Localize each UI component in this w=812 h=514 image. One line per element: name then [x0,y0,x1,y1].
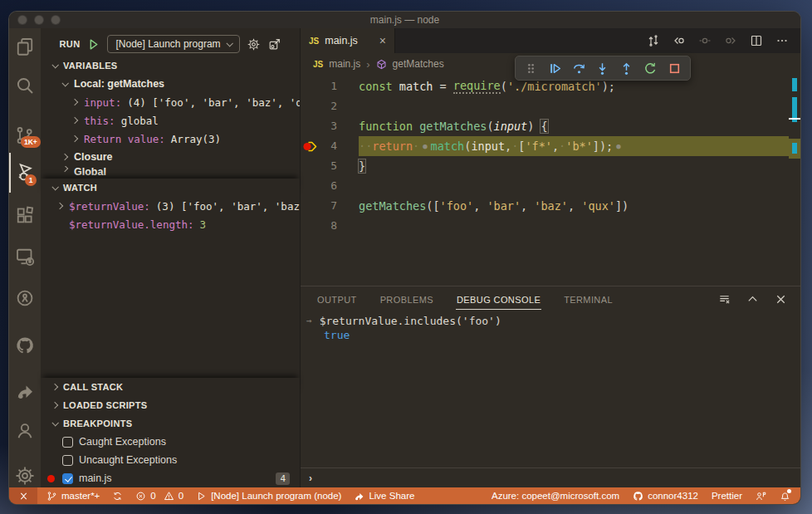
loaded-scripts-section-header[interactable]: LOADED SCRIPTS [41,396,300,414]
open-debug-console-icon[interactable] [267,37,281,51]
watch-expression-row[interactable]: $returnValue:(3) ['foo', 'bar', 'baz'] [41,197,300,215]
call-stack-section-header[interactable]: CALL STACK [41,378,300,396]
stop-icon[interactable] [668,61,682,76]
code-line[interactable]: 3function getMatches(input) { [301,116,800,136]
code-line[interactable]: 4··return·●match(input,·['f*',·'b*']);● [301,136,800,156]
branch-name: master*+ [61,491,100,501]
split-editor-icon[interactable] [750,34,763,47]
breakpoints-section-header[interactable]: BREAKPOINTS [41,414,300,433]
tab-label: main.js [325,35,358,47]
scope-label: Local: getMatches [74,78,164,90]
debug-launch-status[interactable]: [Node] Launch program (node) [196,491,341,502]
breakpoint-row[interactable]: Caught Exceptions [41,433,300,451]
tab-main-js[interactable]: JS main.js × [301,28,395,53]
configure-launch-icon[interactable] [247,37,261,51]
open-changes-icon[interactable] [647,34,660,47]
scope-row[interactable]: Global [41,166,300,179]
current-breakpoint-icon[interactable] [301,136,319,156]
chevron-right-icon [71,117,78,124]
code-line[interactable]: 6 [301,176,800,196]
error-count: 0 [150,491,155,501]
chevron-down-icon [51,419,58,426]
settings-gear-icon[interactable] [15,466,35,486]
step-over-icon[interactable] [572,61,586,76]
variable-row[interactable]: this:global [41,111,300,130]
continue-icon[interactable] [548,61,562,76]
close-tab-icon[interactable]: × [379,35,386,47]
sync-status[interactable] [112,491,123,502]
code-line[interactable]: 5} [301,156,800,176]
feedback-status[interactable] [756,491,766,502]
start-debugging-icon[interactable] [86,37,100,51]
code-line[interactable]: 2 [301,96,800,116]
step-into-icon[interactable] [595,61,609,76]
watch-expression-row[interactable]: $returnValue.length:3 [41,215,300,233]
github-user-label: connor4312 [648,491,698,501]
restart-icon[interactable] [643,61,658,76]
gutter-indicator-icon[interactable] [698,34,712,47]
variable-value: Array(3) [171,133,221,145]
variables-section-header[interactable]: VARIABLES [41,56,300,75]
notifications-status[interactable] [780,491,790,502]
breadcrumb-symbol[interactable]: getMatches [393,58,444,70]
gutter[interactable] [301,216,319,236]
close-panel-icon[interactable] [775,293,787,306]
prettier-status[interactable]: Prettier [712,491,742,501]
accounts-icon[interactable] [15,421,35,441]
panel-tab-debug-console[interactable]: DEBUG CONSOLE [456,289,541,310]
gutter[interactable] [301,156,319,176]
live-share-icon[interactable] [15,381,35,401]
scope-row[interactable]: Local: getMatches [41,75,300,93]
clear-console-icon[interactable] [718,293,731,306]
remote-indicator[interactable] [9,487,37,504]
more-actions-icon[interactable] [775,34,789,47]
panel-tab-output[interactable]: OUTPUT [316,289,358,310]
debug-sidebar: RUN [Node] Launch program VARIABLES [41,28,300,487]
search-icon[interactable] [15,76,35,95]
code-editor[interactable]: 1const match = require('./micromatch');2… [301,75,800,286]
extensions-icon[interactable] [15,205,35,225]
panel-tab-problems[interactable]: PROBLEMS [379,289,434,310]
github-icon[interactable] [15,335,35,355]
line-number: 8 [319,216,337,236]
variable-name: this: [84,115,115,127]
launch-configuration-dropdown[interactable]: [Node] Launch program [107,35,239,53]
breakpoint-checkbox[interactable] [62,437,73,448]
watch-list: $returnValue:(3) ['foo', 'bar', 'baz']$r… [41,197,300,233]
debug-console-input[interactable]: › [301,467,800,487]
next-change-icon[interactable] [724,34,737,47]
azure-account-status[interactable]: Azure: copeet@microsoft.com [492,491,619,501]
gutter[interactable] [301,76,319,96]
code-line[interactable]: 8 [301,216,800,236]
breakpoint-row[interactable]: Uncaught Exceptions [41,451,300,469]
previous-change-icon[interactable] [673,34,686,47]
variable-row[interactable]: Return value:Array(3) [41,130,300,148]
breakpoint-checkbox[interactable] [62,473,73,484]
live-share-session-icon[interactable] [15,288,35,308]
gutter[interactable] [301,176,319,196]
git-branch-status[interactable]: master*+ [46,491,100,502]
scope-row[interactable]: Closure [41,148,300,166]
live-share-status[interactable]: Live Share [354,491,414,502]
line-number: 6 [319,176,337,196]
code-line[interactable]: 7getMatches(['foo', 'bar', 'baz', 'qux']… [301,196,800,216]
gutter[interactable] [301,196,319,216]
breadcrumb-file[interactable]: main.js [329,58,360,70]
watch-expression-value: 3 [200,218,207,231]
step-out-icon[interactable] [619,61,633,76]
breakpoint-checkbox[interactable] [62,455,73,466]
panel-tab-terminal[interactable]: TERMINAL [563,289,614,310]
remote-explorer-icon[interactable] [15,247,35,267]
explorer-icon[interactable] [15,37,35,56]
watch-section-header[interactable]: WATCH [41,179,300,197]
chevron-right-icon [51,384,58,390]
gutter[interactable] [301,116,319,136]
maximize-panel-icon[interactable] [746,293,759,306]
gutter[interactable] [301,96,319,116]
toolbar-drag-grip[interactable] [524,61,538,76]
variable-row[interactable]: input:(4) ['foo', 'bar', 'baz', 'qux'] [41,93,300,111]
problems-status[interactable]: 0 0 [135,491,183,502]
github-account-status[interactable]: connor4312 [633,491,698,502]
breakpoint-row[interactable]: main.js4 [41,469,300,487]
debug-console-output[interactable]: → $returnValue.includes('foo') true [301,311,800,342]
